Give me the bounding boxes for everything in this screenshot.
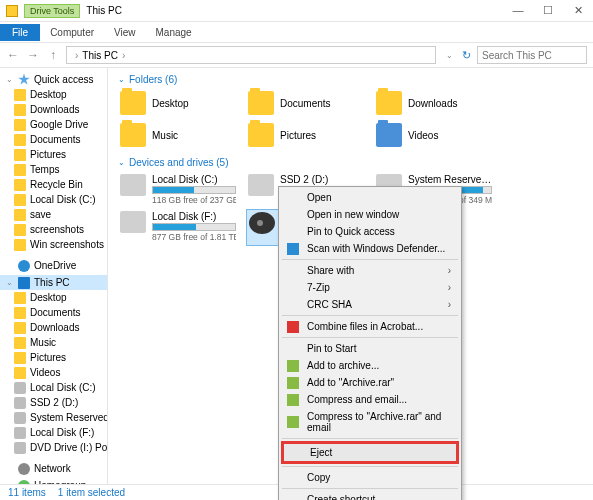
ctx-compress-rar-email[interactable]: Compress to "Archive.rar" and email (281, 408, 459, 436)
archive-icon (287, 360, 299, 372)
sidebar-item[interactable]: Temps (0, 162, 107, 177)
drive-item[interactable]: Local Disk (F:)877 GB free of 1.81 TB (118, 209, 238, 246)
ctx-add-archive[interactable]: Add to archive... (281, 357, 459, 374)
folder-icon (376, 123, 402, 147)
folder-icon (14, 209, 26, 221)
sidebar-item[interactable]: Music (0, 335, 107, 350)
up-button[interactable]: ↑ (46, 48, 60, 62)
folder-icon (14, 149, 26, 161)
sidebar-item[interactable]: screenshots (0, 222, 107, 237)
chevron-right-icon: › (75, 50, 78, 61)
ctx-add-rar[interactable]: Add to "Archive.rar" (281, 374, 459, 391)
folder-icon (14, 179, 26, 191)
group-drives-header[interactable]: ⌄Devices and drives (5) (118, 157, 583, 168)
back-button[interactable]: ← (6, 48, 20, 62)
sidebar-item[interactable]: Pictures (0, 350, 107, 365)
ctx-create-shortcut[interactable]: Create shortcut (281, 491, 459, 500)
folder-item[interactable]: Downloads (374, 89, 494, 117)
maximize-button[interactable]: ☐ (533, 4, 563, 17)
sidebar-item[interactable]: SSD 2 (D:) (0, 395, 107, 410)
sidebar-item[interactable]: Recycle Bin (0, 177, 107, 192)
forward-button[interactable]: → (26, 48, 40, 62)
sidebar-item[interactable]: Videos (0, 365, 107, 380)
menu-bar: File Computer View Manage (0, 22, 593, 42)
pdf-icon (287, 321, 299, 333)
menu-view[interactable]: View (104, 24, 146, 41)
sidebar-item[interactable]: Local Disk (C:) (0, 380, 107, 395)
minimize-button[interactable]: — (503, 4, 533, 17)
folder-icon (248, 123, 274, 147)
status-item-count: 11 items (8, 487, 46, 498)
sidebar-item[interactable]: Local Disk (F:) (0, 425, 107, 440)
address-bar[interactable]: › This PC › (66, 46, 436, 64)
breadcrumb[interactable]: This PC (82, 50, 118, 61)
disk-icon (14, 397, 26, 409)
window-title: This PC (86, 5, 122, 16)
disk-icon (14, 382, 26, 394)
archive-icon (287, 377, 299, 389)
ctx-compress-email[interactable]: Compress and email... (281, 391, 459, 408)
ctx-combine-acrobat[interactable]: Combine files in Acrobat... (281, 318, 459, 335)
title-bar: Drive Tools This PC — ☐ ✕ (0, 0, 593, 22)
sidebar-item[interactable]: Documents (0, 132, 107, 147)
sidebar: ⌄Quick access DesktopDownloadsGoogle Dri… (0, 68, 108, 484)
ctx-copy[interactable]: Copy (281, 469, 459, 486)
sidebar-network[interactable]: Network (0, 461, 107, 476)
folder-item[interactable]: Documents (246, 89, 366, 117)
disk-icon (120, 174, 146, 196)
folder-item[interactable]: Desktop (118, 89, 238, 117)
ctx-7zip[interactable]: 7-Zip (281, 279, 459, 296)
sidebar-item[interactable]: System Reserved (E:) (0, 410, 107, 425)
archive-icon (287, 394, 299, 406)
network-icon (18, 463, 30, 475)
dvd-icon (249, 212, 275, 234)
sidebar-item[interactable]: Pictures (0, 147, 107, 162)
folder-icon (14, 194, 26, 206)
ctx-pin-quick-access[interactable]: Pin to Quick access (281, 223, 459, 240)
sidebar-item[interactable]: Documents (0, 305, 107, 320)
sidebar-item[interactable]: Desktop (0, 290, 107, 305)
sidebar-item[interactable]: save (0, 207, 107, 222)
search-input[interactable] (477, 46, 587, 64)
ctx-share-with[interactable]: Share with (281, 262, 459, 279)
disk-icon (248, 174, 274, 196)
menu-manage[interactable]: Manage (146, 24, 202, 41)
sidebar-item[interactable]: Win screenshots (0, 237, 107, 252)
ctx-pin-start[interactable]: Pin to Start (281, 340, 459, 357)
folder-icon (14, 89, 26, 101)
sidebar-item[interactable]: Local Disk (C:) (0, 192, 107, 207)
sidebar-item[interactable]: Google Drive (0, 117, 107, 132)
folder-item[interactable]: Music (118, 121, 238, 149)
drive-item[interactable]: Local Disk (C:)118 GB free of 237 GB (118, 172, 238, 207)
sidebar-item[interactable]: Desktop (0, 87, 107, 102)
sidebar-item[interactable]: Downloads (0, 102, 107, 117)
ctx-open-new-window[interactable]: Open in new window (281, 206, 459, 223)
separator (282, 488, 458, 489)
separator (282, 315, 458, 316)
star-icon (18, 74, 30, 86)
nav-bar: ← → ↑ › This PC › ⌄ ↻ (0, 42, 593, 68)
folder-item[interactable]: Videos (374, 121, 494, 149)
context-menu: Open Open in new window Pin to Quick acc… (278, 186, 462, 500)
ctx-crc-sha[interactable]: CRC SHA (281, 296, 459, 313)
group-folders-header[interactable]: ⌄Folders (6) (118, 74, 583, 85)
ctx-scan-defender[interactable]: Scan with Windows Defender... (281, 240, 459, 257)
sidebar-quick-access[interactable]: ⌄Quick access (0, 72, 107, 87)
sidebar-this-pc[interactable]: ⌄This PC (0, 275, 107, 290)
close-button[interactable]: ✕ (563, 4, 593, 17)
menu-computer[interactable]: Computer (40, 24, 104, 41)
refresh-button[interactable]: ↻ (462, 49, 471, 62)
menu-file[interactable]: File (0, 24, 40, 41)
pc-icon (18, 277, 30, 289)
ctx-open[interactable]: Open (281, 189, 459, 206)
sidebar-item[interactable]: Downloads (0, 320, 107, 335)
shield-icon (287, 243, 299, 255)
drive-tools-tab[interactable]: Drive Tools (24, 4, 80, 18)
sidebar-onedrive[interactable]: OneDrive (0, 258, 107, 273)
folder-icon (14, 322, 26, 334)
chevron-right-icon: › (122, 50, 125, 61)
dropdown-icon[interactable]: ⌄ (442, 51, 456, 60)
folder-item[interactable]: Pictures (246, 121, 366, 149)
sidebar-item[interactable]: DVD Drive (I:) Polish (0, 440, 107, 455)
ctx-eject[interactable]: Eject (284, 444, 456, 461)
